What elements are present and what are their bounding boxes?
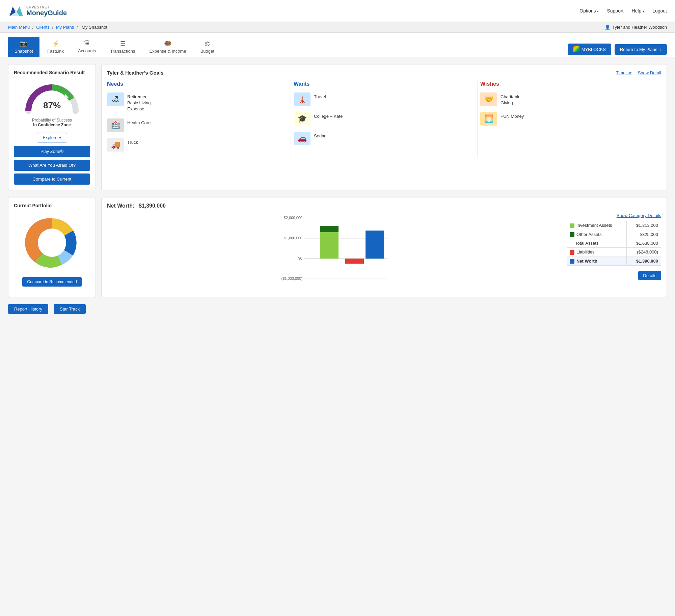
net-worth-value: $1,390,000	[139, 203, 166, 209]
support-link[interactable]: Support	[607, 8, 623, 14]
breadcrumb-bar: Main Menu / Clients / My Plans / My Snap…	[0, 22, 675, 33]
retirement-icon: 🏖	[107, 92, 124, 106]
portfolio-donut-chart	[22, 212, 82, 273]
tab-expense-income-label: Expense & Income	[150, 49, 186, 54]
truck-label: Truck	[127, 138, 138, 145]
logout-link[interactable]: Logout	[652, 8, 667, 14]
legend-row-other: Other Assets $325,000	[567, 230, 661, 239]
fun-money-icon: 🌅	[480, 112, 497, 126]
scenario-card: Recommended Scenario Result 87% Probabil…	[8, 64, 96, 190]
show-category-details-link[interactable]: Show Category Details	[567, 213, 661, 218]
retirement-label: Retirement –Basic LivingExpense	[127, 92, 152, 112]
legend-row-investment: Investment Assets $1,313,000	[567, 221, 661, 230]
tab-budget-label: Budget	[200, 49, 214, 54]
myblocks-button[interactable]: MYBLOCKS	[568, 44, 611, 55]
needs-column: Needs 🏖 Retirement –Basic LivingExpense …	[107, 81, 288, 158]
net-worth-color	[570, 259, 574, 264]
afraid-button[interactable]: What Are You Afraid Of?	[14, 160, 90, 171]
svg-text:87%: 87%	[43, 100, 61, 110]
bottom-row: Current Portfolio	[8, 197, 667, 297]
star-track-button[interactable]: Star Track	[54, 304, 86, 314]
report-history-button[interactable]: Report History	[8, 304, 48, 314]
myblocks-label: MYBLOCKS	[582, 47, 606, 52]
details-button[interactable]: Details	[638, 271, 661, 280]
breadcrumb-my-plans[interactable]: My Plans	[56, 25, 74, 30]
tab-budget[interactable]: ⚖ Budget	[194, 37, 221, 57]
tab-transactions[interactable]: ☰ Transactions	[104, 37, 142, 57]
tab-snapshot[interactable]: 📷 Snapshot	[8, 37, 39, 57]
tab-fastlink[interactable]: ⚡ FastLink	[41, 37, 70, 57]
timeline-link[interactable]: Timeline	[616, 70, 632, 75]
charitable-label: CharitableGiving	[501, 92, 520, 106]
explore-label: Explore	[43, 135, 57, 140]
legend-row-net-worth: Net Worth $1,390,000	[567, 257, 661, 266]
goals-card: Tyler & Heather's Goals Timeline Show De…	[101, 64, 667, 190]
chart-area: $2,000,000 $1,000,000 $0 ($1,000,000)	[107, 213, 560, 292]
return-arrow-icon: ↑	[659, 47, 662, 52]
legend-other-label: Other Assets	[567, 230, 627, 239]
play-zone-button[interactable]: Play Zone®	[14, 146, 90, 157]
wants-column: Wants 🗼 Travel 🎓 College – Kate 🚗 Sedan	[294, 81, 475, 158]
user-icon: 👤	[605, 25, 610, 30]
app-header: ENVESTNET MoneyGuide Options ▾ Support H…	[0, 0, 675, 22]
goal-item-college: 🎓 College – Kate	[294, 112, 475, 126]
goal-item-travel: 🗼 Travel	[294, 92, 475, 106]
sedan-label: Sedan	[314, 132, 327, 139]
svg-point-6	[38, 229, 66, 257]
liabilities-color	[570, 250, 574, 255]
svg-text:$1,000,000: $1,000,000	[284, 236, 302, 240]
col-separator-1	[291, 81, 291, 158]
svg-text:$0: $0	[298, 256, 302, 260]
breadcrumb-clients[interactable]: Clients	[36, 25, 50, 30]
compare-to-current-button[interactable]: Compare to Current	[14, 173, 90, 185]
return-to-my-plans-button[interactable]: Return to My Plans ↑	[615, 44, 667, 55]
net-worth-header: Net Worth: $1,390,000	[107, 203, 661, 209]
tab-accounts[interactable]: 🏛 Accounts	[72, 37, 102, 57]
explore-arrow: ▾	[59, 135, 61, 140]
legend-investment-label: Investment Assets	[567, 221, 627, 230]
donut-container	[14, 212, 90, 273]
header-nav: Options ▾ Support Help ▾ Logout	[579, 8, 667, 14]
sedan-icon: 🚗	[294, 132, 310, 145]
goal-item-sedan: 🚗 Sedan	[294, 132, 475, 145]
myblocks-icon	[573, 46, 579, 52]
investment-color	[570, 223, 574, 228]
other-assets-color	[570, 232, 574, 237]
show-detail-link[interactable]: Show Detail	[638, 70, 661, 75]
logo-area: ENVESTNET MoneyGuide	[8, 3, 67, 18]
breadcrumb-sep3: /	[77, 25, 79, 30]
net-worth-content: $2,000,000 $1,000,000 $0 ($1,000,000)	[107, 213, 661, 292]
confidence-zone-label: In Confidence Zone	[33, 123, 71, 127]
compare-recommended-button[interactable]: Compare to Recommended	[22, 277, 81, 287]
help-menu[interactable]: Help ▾	[631, 8, 644, 14]
breadcrumb-current: My Snapshot	[82, 25, 107, 30]
transactions-icon: ☰	[120, 40, 126, 47]
wants-header: Wants	[294, 81, 475, 87]
net-worth-bar	[366, 231, 384, 259]
gauge-container: 87% Probability of Success In Confidence…	[14, 81, 90, 127]
explore-button[interactable]: Explore ▾	[37, 133, 67, 142]
legend-net-worth-label: Net Worth	[567, 257, 627, 266]
legend-total-label: Total Assets	[567, 239, 627, 248]
travel-label: Travel	[314, 92, 326, 100]
help-arrow: ▾	[643, 9, 644, 13]
goal-item-fun-money: 🌅 FUN Money	[480, 112, 661, 126]
portfolio-card: Current Portfolio	[8, 197, 96, 297]
legend-area: Show Category Details Investment Assets …	[567, 213, 661, 292]
gauge-svg: 87%	[22, 81, 82, 118]
scenario-actions: Play Zone® What Are You Afraid Of? Compa…	[14, 146, 90, 185]
tab-expense-income[interactable]: 🍩 Expense & Income	[143, 37, 193, 57]
legend-liabilities-value: ($248,000)	[627, 248, 661, 257]
goals-header: Tyler & Heather's Goals Timeline Show De…	[107, 70, 661, 76]
investment-assets-bar	[320, 232, 339, 259]
logo-icon	[8, 3, 23, 18]
svg-text:$2,000,000: $2,000,000	[284, 216, 302, 220]
breadcrumb-main-menu[interactable]: Main Menu	[8, 25, 30, 30]
legend-row-total: Total Assets $1,638,000	[567, 239, 661, 248]
charitable-icon: 🤝	[480, 92, 497, 106]
snapshot-icon: 📷	[20, 40, 27, 47]
expense-income-icon: 🍩	[164, 40, 171, 47]
tab-accounts-label: Accounts	[78, 48, 96, 53]
user-info: 👤 Tyler and Heather Woodson	[605, 25, 667, 30]
options-menu[interactable]: Options ▾	[579, 8, 599, 14]
